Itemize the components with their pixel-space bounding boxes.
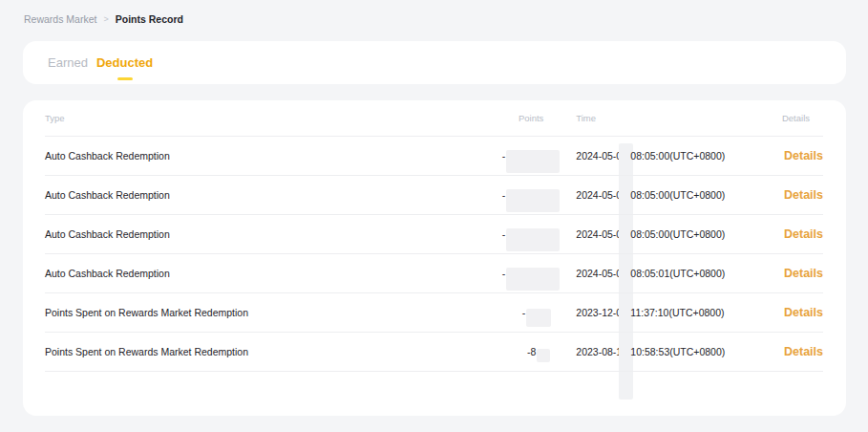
table-row: Auto Cashback Redemption - 2024-05- 0 08… [45, 176, 823, 215]
header-details: Details [779, 113, 823, 123]
row-time: 2024-05- 0 08:05:01(UTC+0800) [576, 268, 779, 279]
row-type: Points Spent on Rewards Market Redemptio… [45, 346, 445, 357]
breadcrumb-rewards-market[interactable]: Rewards Market [24, 13, 96, 25]
row-type: Auto Cashback Redemption [45, 228, 445, 240]
row-points-visible: - [502, 189, 506, 201]
row-points: - [445, 144, 560, 167]
details-link[interactable]: Details [784, 188, 823, 202]
row-points: - [445, 304, 560, 322]
row-date-prefix: 2024-05- [576, 228, 616, 240]
active-tab-underline [117, 77, 133, 80]
breadcrumb: Rewards Market > Points Record [24, 12, 183, 26]
row-time-text: 08:05:00(UTC+0800) [630, 228, 725, 240]
row-points-visible: - [502, 228, 506, 240]
row-points-visible: -8 [527, 346, 536, 357]
row-time: 2024-05- 0 08:05:00(UTC+0800) [576, 150, 779, 162]
row-points: -8 [445, 345, 560, 358]
row-time-text: 08:05:00(UTC+0800) [630, 189, 725, 201]
table-row: Points Spent on Rewards Market Redemptio… [45, 333, 823, 372]
details-link[interactable]: Details [784, 267, 823, 280]
row-details-cell: Details [779, 227, 823, 241]
details-link[interactable]: Details [784, 227, 823, 241]
row-time: 2024-05- 0 08:05:00(UTC+0800) [576, 228, 779, 240]
row-points: - [445, 223, 560, 246]
table-row: Auto Cashback Redemption - 2024-05- 0 08… [45, 137, 823, 176]
row-points-visible: - [502, 268, 506, 279]
breadcrumb-separator-icon: > [103, 14, 108, 24]
header-type: Type [45, 113, 445, 123]
row-day-partial-digit: 0 [616, 150, 619, 162]
row-details-cell: Details [779, 345, 823, 358]
details-link[interactable]: Details [784, 345, 823, 358]
row-day-partial-digit: 0 [616, 189, 619, 201]
row-day-partial-digit: 0 [616, 228, 619, 240]
row-time-text: 08:05:00(UTC+0800) [630, 150, 725, 162]
row-type: Auto Cashback Redemption [45, 189, 445, 201]
table-row: Auto Cashback Redemption - 2024-05- 0 08… [45, 215, 823, 254]
row-date-prefix: 2023-08- [576, 346, 616, 357]
row-points-visible: - [502, 150, 506, 162]
points-redaction-box [506, 268, 560, 291]
table-header-row: Type Points Time Details [45, 100, 823, 137]
row-points-visible: - [522, 307, 526, 318]
header-points: Points [445, 113, 560, 123]
row-time-text: 08:05:01(UTC+0800) [630, 268, 725, 279]
row-day-partial-digit: 1 [616, 346, 619, 357]
row-date-prefix: 2024-05- [576, 189, 616, 201]
row-points: - [445, 262, 560, 285]
row-details-cell: Details [779, 267, 823, 280]
points-redaction-box [537, 349, 550, 362]
row-day-partial-digit: 0 [616, 268, 619, 279]
row-date-prefix: 2023-12- [576, 307, 616, 318]
row-type: Points Spent on Rewards Market Redemptio… [45, 307, 445, 318]
row-time-text: 10:58:53(UTC+0800) [630, 346, 725, 357]
row-day-partial-digit: 0 [616, 307, 619, 318]
table-body: Auto Cashback Redemption - 2024-05- 0 08… [45, 137, 823, 372]
points-record-table: Type Points Time Details Auto Cashback R… [23, 100, 846, 416]
row-date-prefix: 2024-05- [576, 150, 616, 162]
row-time-text: 11:37:10(UTC+0800) [630, 307, 724, 318]
details-link[interactable]: Details [784, 306, 823, 319]
row-time: 2024-05- 0 08:05:00(UTC+0800) [576, 189, 779, 201]
points-redaction-box [506, 150, 560, 173]
row-details-cell: Details [779, 306, 823, 319]
row-date-prefix: 2024-05- [576, 268, 616, 279]
row-details-cell: Details [779, 188, 823, 202]
details-link[interactable]: Details [784, 149, 823, 162]
points-redaction-box [526, 309, 551, 327]
row-details-cell: Details [779, 149, 823, 162]
header-time: Time [576, 113, 779, 123]
tab-deducted-label: Deducted [96, 55, 153, 70]
row-time: 2023-12- 0 11:37:10(UTC+0800) [576, 307, 779, 318]
points-redaction-box [506, 189, 560, 212]
row-points: - [445, 184, 560, 206]
tab-earned[interactable]: Earned [48, 55, 88, 70]
row-time: 2023-08- 1 10:58:53(UTC+0800) [576, 346, 779, 357]
table-row: Auto Cashback Redemption - 2024-05- 0 08… [45, 254, 823, 293]
row-type: Auto Cashback Redemption [45, 150, 445, 162]
table-row: Points Spent on Rewards Market Redemptio… [45, 293, 823, 333]
points-redaction-box [506, 228, 560, 251]
tab-deducted[interactable]: Deducted [96, 55, 153, 70]
breadcrumb-points-record: Points Record [116, 13, 183, 25]
tabs-card: Earned Deducted [23, 41, 846, 84]
row-type: Auto Cashback Redemption [45, 268, 445, 279]
